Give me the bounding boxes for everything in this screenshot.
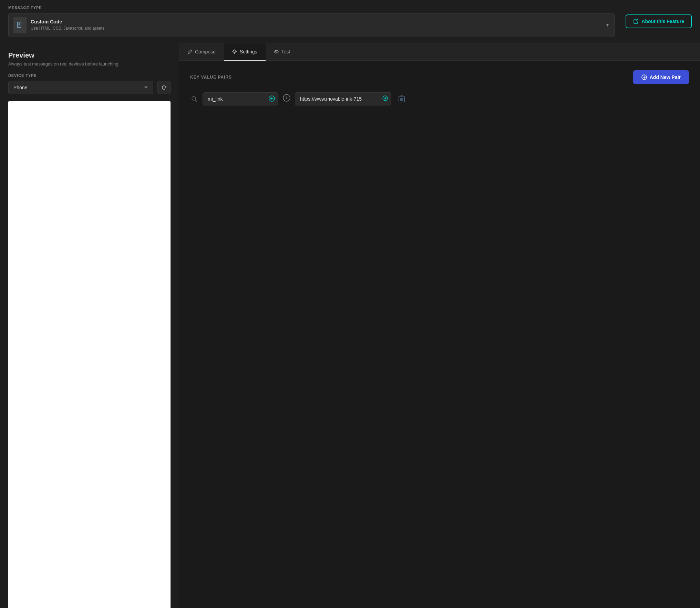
tab-test[interactable]: Test (266, 43, 299, 61)
svg-point-6 (274, 50, 278, 53)
device-type-select-wrap: Phone Tablet Desktop (8, 81, 171, 94)
svg-text:</>: </> (17, 26, 21, 28)
message-type-card[interactable]: </> Custom Code Use HTML, CSS, Javascrip… (8, 13, 615, 37)
custom-code-icon: </> (13, 17, 27, 33)
message-type-name: Custom Code (31, 19, 601, 24)
about-feature-button[interactable]: About this Feature (626, 14, 692, 28)
key-value-pairs-title: KEY VALUE PAIRS (190, 75, 232, 80)
device-type-select[interactable]: Phone Tablet Desktop (8, 81, 153, 94)
tab-settings-label: Settings (240, 49, 257, 54)
svg-point-7 (276, 51, 277, 52)
chevron-down-icon: ▼ (605, 23, 609, 28)
svg-point-16 (283, 94, 290, 101)
kv-key-wrap (203, 92, 278, 105)
preview-title: Preview (8, 51, 171, 59)
phone-preview (8, 101, 171, 608)
tab-compose-label: Compose (195, 49, 216, 54)
right-panel: Compose Settings Test KEY VALU (179, 43, 700, 608)
about-feature-label: About this Feature (641, 19, 684, 24)
tab-settings[interactable]: Settings (224, 43, 266, 61)
refresh-button[interactable] (157, 81, 171, 94)
refresh-icon (161, 84, 167, 91)
key-value-header: KEY VALUE PAIRS Add New Pair (190, 70, 689, 84)
svg-point-5 (234, 51, 235, 52)
kv-delete-button[interactable] (395, 92, 408, 105)
kv-key-input[interactable] (203, 92, 278, 105)
add-new-pair-label: Add New Pair (650, 74, 681, 80)
device-type-section: DEVICE TYPE Phone Tablet Desktop (8, 73, 171, 94)
kv-value-input[interactable] (295, 92, 391, 105)
external-link-icon (633, 19, 639, 24)
svg-line-12 (195, 100, 197, 102)
tab-compose[interactable]: Compose (179, 43, 224, 61)
message-type-desc: Use HTML, CSS, Javascript, and assets (31, 26, 601, 31)
arrow-right-icon (282, 94, 291, 104)
kv-key-add-icon[interactable] (269, 95, 275, 103)
eye-icon (274, 49, 279, 54)
message-type-label: MESSAGE TYPE (8, 6, 615, 10)
preview-subtitle: Always test messages on real devices bef… (8, 61, 171, 67)
tab-test-label: Test (281, 49, 290, 54)
pencil-icon (187, 49, 192, 54)
tabs-bar: Compose Settings Test (179, 43, 700, 61)
gear-icon (232, 49, 237, 54)
kv-value-wrap (295, 92, 391, 105)
kv-row (190, 92, 689, 105)
add-new-pair-button[interactable]: Add New Pair (633, 70, 689, 84)
message-type-info: Custom Code Use HTML, CSS, Javascript, a… (31, 19, 601, 31)
kv-value-link-icon[interactable] (382, 95, 388, 102)
left-panel: Preview Always test messages on real dev… (0, 43, 179, 608)
main-content: Preview Always test messages on real dev… (0, 43, 700, 608)
top-bar: MESSAGE TYPE </> Custom Code Use HTML, C… (0, 0, 700, 43)
device-type-label: DEVICE TYPE (8, 73, 171, 78)
preview-header: Preview Always test messages on real dev… (8, 51, 171, 67)
plus-circle-icon (641, 74, 647, 80)
trash-icon (398, 95, 405, 103)
search-icon (190, 95, 198, 103)
settings-content: KEY VALUE PAIRS Add New Pair (179, 61, 700, 608)
